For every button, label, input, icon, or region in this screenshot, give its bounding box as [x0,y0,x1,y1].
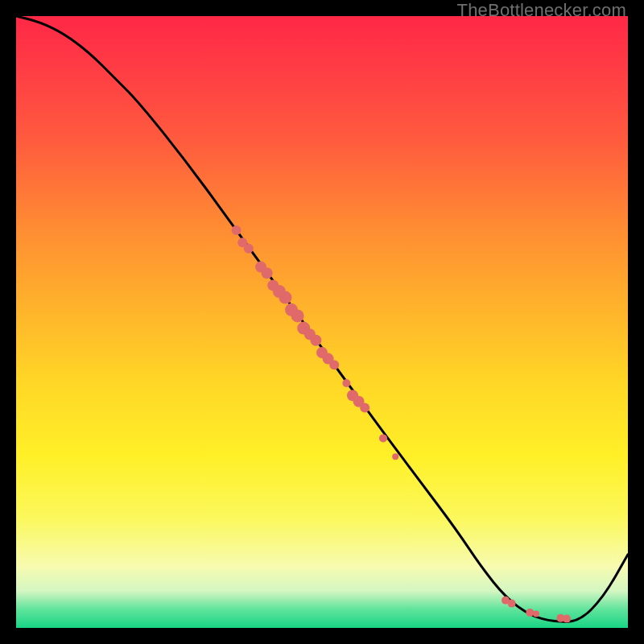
chart-point [379,434,387,442]
chart-point [232,225,242,235]
chart-point [360,402,369,412]
chart-point [244,244,254,254]
chart-point [563,615,571,623]
chart-points [232,225,571,623]
chart-point [508,600,516,608]
chart-point [392,453,398,460]
chart-point [310,335,321,346]
chart-curve [16,16,628,621]
chart-point [329,360,339,369]
chart-point [342,379,350,387]
chart-point [291,309,304,322]
chart-point [533,611,539,617]
chart-stage: TheBottlenecker.com [0,0,644,644]
chart-svg [16,16,628,628]
chart-point [526,609,534,617]
chart-point [262,267,273,279]
chart-point [279,291,291,304]
plot-area [16,16,628,628]
